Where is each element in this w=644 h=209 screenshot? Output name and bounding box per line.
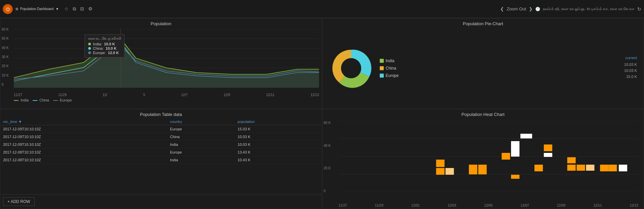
zoom-back-button[interactable]: ❮ xyxy=(500,6,504,11)
svg-rect-26 xyxy=(445,168,454,175)
population-table-panel: Population Table data rec_time ▼ country… xyxy=(0,109,322,209)
table-scroll-area[interactable]: rec_time ▼ country population 2017-12-09… xyxy=(0,118,322,194)
cell-country: India xyxy=(167,141,235,149)
pie-legend-europe: Europe xyxy=(380,73,399,78)
svg-text:⬡: ⬡ xyxy=(6,7,10,12)
heat-y-40k: 40 K xyxy=(324,144,331,148)
add-row-button[interactable]: + ADD ROW xyxy=(3,197,35,206)
panel4-title: Population Heat Chart xyxy=(323,109,644,118)
svg-rect-31 xyxy=(576,165,585,171)
svg-rect-24 xyxy=(600,165,608,171)
table-row: 2017-12-08T10:10:10Z India 10.43 K xyxy=(0,156,322,164)
share-icon[interactable]: ⧉ xyxy=(73,6,76,12)
x-label-5: 5 xyxy=(143,93,145,97)
cell-rec-time: 2017-12-08T10:10:10Z xyxy=(0,156,167,164)
legend-china: China xyxy=(33,98,49,102)
col-header-population[interactable]: population xyxy=(235,118,322,125)
pie-chart-svg xyxy=(329,46,373,90)
panel1-title: Population xyxy=(0,18,322,28)
zoom-forward-button[interactable]: ❯ xyxy=(529,6,533,11)
pie-legend-china: China xyxy=(380,66,399,71)
cell-country: India xyxy=(167,156,235,164)
main-content: Population 60 K 50 K 40 K 30 K 20 K 10 K… xyxy=(0,18,644,209)
population-table: rec_time ▼ country population 2017-12-09… xyxy=(0,118,322,164)
heat-y-20k: 20 K xyxy=(324,166,331,170)
topbar-right: ❮ Zoom Out ❯ 🕐 நவம்பர் உறி, உகள உக:ஓம்:ஓ… xyxy=(500,6,641,12)
x-label-129: 12/9 xyxy=(224,93,230,97)
chart-legend: India China Europe xyxy=(0,97,322,102)
time-range-label[interactable]: நவம்பர் உறி, உகள உக:ஓம்:ஓட to டிசம்பர் க… xyxy=(543,7,635,11)
svg-rect-27 xyxy=(478,165,486,174)
svg-rect-25 xyxy=(608,165,617,171)
cell-country: Europe xyxy=(167,125,235,133)
svg-rect-23 xyxy=(567,157,576,163)
svg-rect-29 xyxy=(511,175,519,179)
svg-rect-28 xyxy=(511,141,519,157)
title-dropdown-icon[interactable]: ▼ xyxy=(56,7,59,11)
pie-value-europe: 15.0 K xyxy=(624,75,637,79)
svg-rect-17 xyxy=(436,168,444,175)
table-row: 2017-12-09T10:10:10Z China 10.03 K xyxy=(0,133,322,141)
x-label-1127: 11/27 xyxy=(14,93,22,97)
pie-values-header: current xyxy=(624,56,637,60)
y-label-20k: 20 K xyxy=(2,64,9,68)
svg-rect-19 xyxy=(469,165,477,174)
x-label-12: 12/ xyxy=(103,93,107,97)
y-label-10k: 10 K xyxy=(2,74,9,77)
svg-rect-32 xyxy=(586,165,594,171)
x-label-127: 12/7 xyxy=(181,93,188,97)
panel3-title: Population Table data xyxy=(0,109,322,118)
svg-rect-33 xyxy=(520,134,532,138)
table-row: 2017-12-09T10:10:10Z India 10.03 K xyxy=(0,141,322,149)
heat-x-1211: 12/11 xyxy=(594,204,602,207)
heat-x-1129: 11/29 xyxy=(375,204,383,207)
col-header-country[interactable]: country xyxy=(167,118,235,125)
y-label-60k: 60 K xyxy=(2,28,9,31)
cell-rec-time: 2017-12-08T10:10:10Z xyxy=(0,149,167,156)
pie-value-india: 10.03 K xyxy=(624,62,637,67)
heat-x-1203: 12/03 xyxy=(448,204,456,207)
heat-x-1201: 12/01 xyxy=(411,204,420,207)
cell-population: 10.43 K xyxy=(235,156,322,164)
zoom-out-button[interactable]: Zoom Out xyxy=(507,6,526,11)
y-label-0: 0 xyxy=(2,83,9,86)
cell-country: China xyxy=(167,133,235,141)
app-logo[interactable]: ⬡ xyxy=(3,4,13,14)
pie-content: India China Europe current 10.03 K 10.03… xyxy=(323,28,644,109)
settings-icon[interactable]: ⚙ xyxy=(88,6,93,12)
svg-point-11 xyxy=(341,58,361,78)
topbar-action-icons: ☆ ⧉ ⊟ ⚙ xyxy=(64,6,93,12)
pie-legend-india: India xyxy=(380,58,399,63)
star-icon[interactable]: ☆ xyxy=(64,6,69,12)
save-icon[interactable]: ⊟ xyxy=(80,6,84,12)
population-pie-chart-panel: Population Pie-Chart India xyxy=(322,18,644,109)
legend-india: India xyxy=(14,98,29,102)
col-header-rec-time[interactable]: rec_time ▼ xyxy=(0,118,167,125)
x-label-1213: 12/13 xyxy=(310,93,319,97)
line-chart-svg xyxy=(14,29,319,88)
refresh-icon[interactable]: ↻ xyxy=(637,6,641,12)
dashboard-title[interactable]: ⊞ Population Dashboard ▼ xyxy=(15,7,59,11)
cell-population: 10.03 K xyxy=(235,141,322,149)
svg-rect-22 xyxy=(567,165,576,171)
pie-value-china: 10.03 K xyxy=(624,69,637,73)
heat-x-1127: 11/27 xyxy=(339,204,347,207)
svg-rect-18 xyxy=(436,160,444,167)
x-label-1129: 11/29 xyxy=(58,93,67,97)
y-label-50k: 50 K xyxy=(2,37,9,40)
heat-y-60k: 60 K xyxy=(324,121,331,125)
cell-population: 15.03 K xyxy=(235,125,322,133)
svg-rect-21 xyxy=(534,165,543,171)
topbar: ⬡ ⊞ Population Dashboard ▼ ☆ ⧉ ⊟ ⚙ ❮ Zoo… xyxy=(0,0,644,18)
heat-x-1213: 12/13 xyxy=(630,204,638,207)
cell-population: 13.43 K xyxy=(235,149,322,156)
cell-rec-time: 2017-12-09T10:10:10Z xyxy=(0,125,167,133)
y-label-40k: 40 K xyxy=(2,46,9,50)
cell-rec-time: 2017-12-09T10:10:10Z xyxy=(0,133,167,141)
grid-icon: ⊞ xyxy=(15,7,18,11)
table-row: 2017-12-08T10:10:10Z Europe 13.43 K xyxy=(0,149,322,156)
heat-chart-area: 60 K 40 K 20 K 0 xyxy=(323,118,644,203)
heat-x-1209: 12/09 xyxy=(557,204,566,207)
heat-y-0: 0 xyxy=(324,189,331,193)
x-label-1211: 12/11 xyxy=(266,93,275,97)
